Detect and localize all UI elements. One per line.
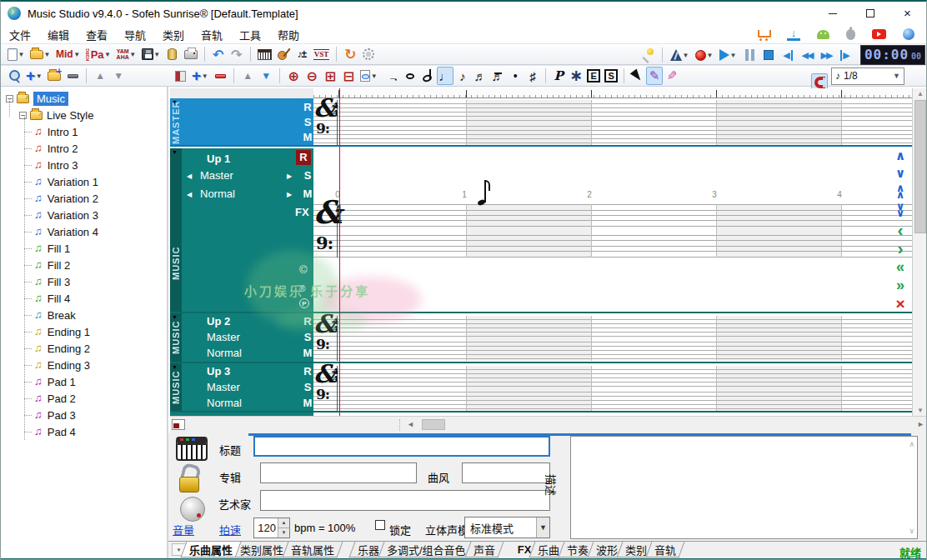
tree-item-variation-1[interactable]: ♫Variation 1 bbox=[1, 173, 98, 190]
add-blue-button[interactable]: ▼ bbox=[190, 67, 210, 85]
minimize-button[interactable] bbox=[814, 2, 851, 25]
snap-resolution-select[interactable]: ♪ 1/8 ▼ bbox=[831, 68, 904, 85]
symbol-button[interactable]: S bbox=[603, 67, 619, 85]
record-arm-button-active[interactable]: R bbox=[296, 150, 311, 165]
staff-nav-down-button[interactable] bbox=[891, 166, 909, 182]
staff-up1[interactable]: &449: bbox=[313, 204, 912, 258]
remove-gray-button[interactable] bbox=[64, 67, 81, 85]
dropdown-arrow-icon[interactable]: ▼ bbox=[370, 72, 378, 80]
eighth-note-event[interactable] bbox=[478, 178, 489, 205]
tempo-link[interactable]: 拍速 bbox=[219, 522, 241, 538]
move-up-button[interactable] bbox=[92, 67, 108, 85]
playhead-cursor[interactable] bbox=[339, 88, 340, 416]
maximize-button[interactable] bbox=[851, 2, 889, 25]
tree-item-variation-2[interactable]: ♫Variation 2 bbox=[1, 190, 98, 207]
panel-toggle-icon[interactable] bbox=[172, 419, 185, 430]
horizontal-scrollbar[interactable]: ◄ ► bbox=[170, 416, 927, 432]
track-mode[interactable]: Normal bbox=[207, 347, 242, 359]
staff-nav-right-button[interactable] bbox=[891, 242, 909, 258]
tree-item-intro-1[interactable]: ♫Intro 1 bbox=[1, 123, 78, 140]
next-voice-icon[interactable]: ▶ bbox=[287, 172, 292, 180]
dropdown-arrow-icon[interactable]: ▼ bbox=[201, 72, 208, 80]
solo-button[interactable]: S bbox=[301, 116, 314, 128]
prev-mode-icon[interactable]: ◀ bbox=[187, 191, 192, 198]
half-note-button[interactable] bbox=[419, 67, 436, 85]
next-mode-icon[interactable]: ▶ bbox=[287, 191, 292, 198]
globe-icon[interactable] bbox=[903, 28, 914, 40]
expression-button[interactable]: E bbox=[585, 67, 602, 85]
pedal-button[interactable] bbox=[550, 67, 567, 85]
tab-多调式/组合音色[interactable]: 多调式/组合音色 bbox=[378, 542, 475, 558]
tree-group-live-style[interactable]: Live Style bbox=[1, 107, 93, 123]
android-icon[interactable] bbox=[817, 30, 829, 39]
dropdown-arrow-icon[interactable]: ▼ bbox=[153, 51, 161, 58]
tree-item-pad-4[interactable]: ♫Pad 4 bbox=[1, 423, 76, 440]
track-title[interactable]: Up 2 bbox=[207, 315, 230, 328]
tab-音轨属性[interactable]: 音轨属性 bbox=[283, 542, 343, 558]
tree-item-variation-3[interactable]: ♫Variation 3 bbox=[1, 207, 98, 223]
staff-up3[interactable]: &449: bbox=[313, 366, 912, 411]
dropdown-arrow-icon[interactable]: ▼ bbox=[729, 52, 737, 59]
tempo-up-icon[interactable]: ▲ bbox=[278, 518, 289, 528]
track-mode[interactable]: Normal bbox=[200, 188, 235, 200]
staff-nav-double-right-button[interactable] bbox=[891, 278, 909, 295]
expand-staff-button[interactable] bbox=[322, 67, 338, 85]
track-title[interactable]: Up 3 bbox=[207, 365, 230, 378]
tree-item-ending-1[interactable]: ♫Ending 1 bbox=[1, 323, 90, 340]
tree-item-intro-2[interactable]: ♫Intro 2 bbox=[1, 140, 78, 157]
close-button[interactable]: × bbox=[889, 2, 926, 25]
dropdown-arrow-icon[interactable]: ▼ bbox=[35, 72, 43, 80]
menu-item[interactable]: 导航 bbox=[116, 25, 154, 44]
move-down-button[interactable] bbox=[110, 67, 127, 85]
collapse-track-icon[interactable] bbox=[172, 364, 178, 370]
scroll-up-icon[interactable]: ▲ bbox=[913, 90, 927, 98]
record-arm-button[interactable]: R bbox=[301, 365, 314, 378]
track-voice[interactable]: Master bbox=[207, 331, 240, 343]
download-icon[interactable] bbox=[787, 28, 800, 41]
collapse-track-icon[interactable] bbox=[172, 314, 178, 320]
tree-item-fill-3[interactable]: ♫Fill 3 bbox=[1, 273, 70, 290]
whole-note-button[interactable] bbox=[402, 67, 418, 85]
menu-item[interactable]: 编辑 bbox=[39, 25, 78, 44]
scroll-down-icon[interactable]: ∨ bbox=[909, 527, 914, 535]
staff-nav-delete-button[interactable] bbox=[891, 298, 909, 314]
track-voice[interactable]: Master bbox=[200, 169, 233, 182]
timeline-ruler[interactable] bbox=[313, 88, 912, 98]
mute-button[interactable]: M bbox=[301, 188, 314, 200]
track-mode[interactable]: Normal bbox=[207, 397, 242, 409]
tab-声音[interactable]: 声音 bbox=[464, 542, 504, 558]
pencil-button[interactable] bbox=[646, 67, 663, 85]
scroll-up-icon[interactable]: ∧ bbox=[909, 440, 914, 448]
record-arm-button[interactable]: R bbox=[301, 101, 314, 113]
lock-checkbox[interactable] bbox=[375, 520, 385, 530]
scroll-down-icon[interactable]: ▼ bbox=[913, 407, 927, 414]
prev-voice-icon[interactable]: ◀ bbox=[187, 172, 192, 180]
solo-button[interactable]: S bbox=[301, 381, 314, 393]
volume-knob-icon[interactable] bbox=[180, 497, 205, 522]
remove-red-button[interactable] bbox=[212, 67, 228, 85]
collapse-staff-button[interactable] bbox=[340, 67, 357, 85]
scroll-left-icon[interactable]: ◄ bbox=[407, 420, 414, 428]
vertical-scroll-thumb[interactable] bbox=[914, 100, 926, 233]
sharp-button[interactable] bbox=[524, 67, 541, 85]
tempo-stepper[interactable]: 120 ▲ ▼ bbox=[253, 518, 290, 538]
track-title[interactable]: Up 1 bbox=[207, 152, 230, 165]
mute-button[interactable]: M bbox=[301, 397, 314, 409]
pane-splitter[interactable] bbox=[248, 433, 911, 436]
cart-icon[interactable] bbox=[756, 28, 770, 41]
tab-乐曲属性[interactable]: 乐曲属性 bbox=[181, 542, 242, 558]
mute-button[interactable]: M bbox=[301, 347, 314, 359]
vertical-scrollbar[interactable]: ▲ ▼ bbox=[912, 88, 927, 416]
add-category-button[interactable] bbox=[46, 67, 63, 85]
staff-nav-double-up-button[interactable] bbox=[891, 185, 909, 202]
genre-input[interactable] bbox=[462, 462, 550, 483]
tab-音轨[interactable]: 音轨 bbox=[646, 542, 685, 558]
dot-button[interactable] bbox=[507, 67, 524, 85]
menu-item[interactable]: 帮助 bbox=[269, 25, 308, 44]
eighth-note-button[interactable] bbox=[454, 67, 471, 85]
collapse-node-icon[interactable] bbox=[19, 112, 27, 119]
album-input[interactable] bbox=[260, 462, 417, 483]
add-blue-button[interactable]: ▼ bbox=[24, 67, 44, 85]
tree-item-fill-2[interactable]: ♫Fill 2 bbox=[1, 257, 70, 273]
dropdown-arrow-icon[interactable]: ▼ bbox=[104, 51, 112, 58]
